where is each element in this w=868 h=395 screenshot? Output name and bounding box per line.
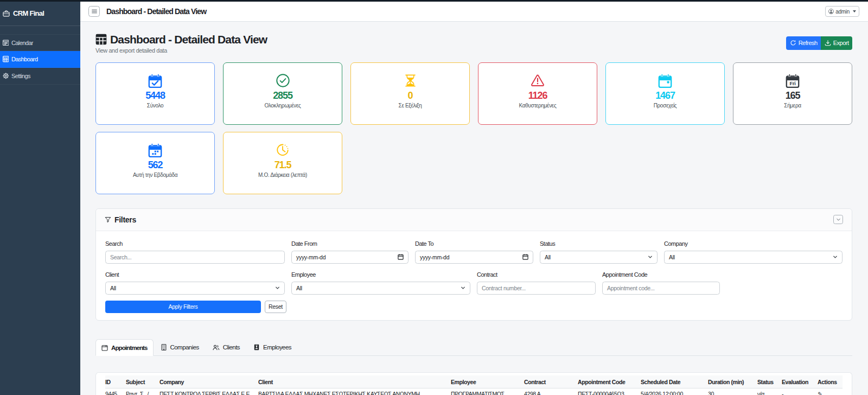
svg-text:Fri: Fri xyxy=(789,80,795,86)
